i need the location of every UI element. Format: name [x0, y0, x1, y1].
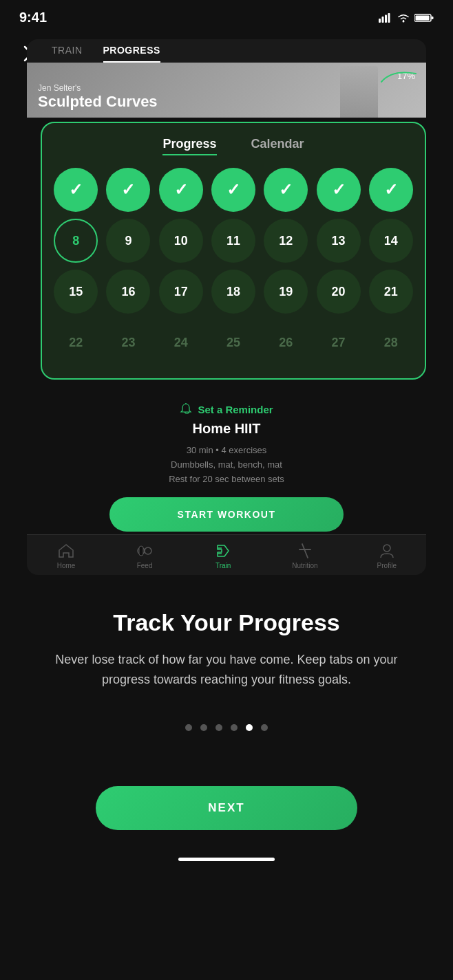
tab-progress[interactable]: PROGRESS: [103, 45, 160, 63]
card-tabs: Progress Calendar: [53, 137, 414, 155]
calendar-day[interactable]: 23: [106, 320, 150, 364]
calendar-card: Progress Calendar 1234567891011121314151…: [41, 122, 426, 380]
calendar-day[interactable]: 5: [264, 168, 308, 212]
svg-rect-2: [385, 14, 387, 23]
calendar-grid: 1234567891011121314151617181920212223242…: [53, 168, 414, 364]
svg-rect-7: [416, 15, 430, 20]
calendar-day[interactable]: 1: [54, 168, 98, 212]
workout-banner: Jen Selter's Sculpted Curves 17%: [27, 63, 426, 118]
battery-icon: [414, 13, 434, 23]
status-icons: [379, 13, 434, 23]
svg-line-17: [302, 544, 308, 558]
svg-rect-0: [379, 19, 381, 23]
reminder-row: Set a Reminder: [27, 403, 426, 415]
calendar-day[interactable]: 24: [159, 320, 203, 364]
calendar-day[interactable]: 4: [211, 168, 255, 212]
calendar-day[interactable]: 9: [106, 219, 150, 263]
calendar-day[interactable]: 3: [159, 168, 203, 212]
pagination-dot[interactable]: [246, 724, 253, 731]
calendar-day[interactable]: 22: [54, 320, 98, 364]
calendar-day[interactable]: 21: [369, 270, 413, 314]
nav-item-nutrition[interactable]: Nutrition: [292, 542, 317, 569]
pagination-dots: [0, 724, 453, 731]
calendar-day[interactable]: 13: [317, 219, 361, 263]
nav-label-train: Train: [215, 562, 231, 569]
app-screenshot: TRAIN PROGRESS Jen Selter's Sculpted Cur…: [27, 39, 426, 575]
card-tab-progress[interactable]: Progress: [162, 137, 216, 155]
pagination-dot[interactable]: [185, 724, 192, 731]
bell-icon: [180, 403, 192, 415]
calendar-day[interactable]: 8: [54, 219, 98, 263]
svg-point-12: [145, 547, 151, 554]
calendar-day[interactable]: 14: [369, 219, 413, 263]
calendar-day[interactable]: 20: [317, 270, 361, 314]
calendar-day[interactable]: 6: [317, 168, 361, 212]
pagination-dot[interactable]: [231, 724, 238, 731]
start-workout-button[interactable]: START WORKOUT: [109, 497, 344, 532]
svg-point-10: [185, 403, 187, 404]
calendar-day[interactable]: 28: [369, 320, 413, 364]
status-bar: 9:41: [0, 0, 453, 32]
nav-item-home[interactable]: Home: [56, 542, 76, 569]
overlay-section: Track Your Progress Never lose track of …: [0, 575, 453, 690]
tab-train[interactable]: TRAIN: [52, 45, 83, 63]
pagination-dot[interactable]: [261, 724, 268, 731]
curve-icon: [378, 68, 419, 85]
nav-item-feed[interactable]: Feed: [135, 542, 154, 569]
card-tab-calendar[interactable]: Calendar: [251, 137, 304, 155]
pagination-dot[interactable]: [200, 724, 207, 731]
next-button[interactable]: NEXT: [96, 786, 357, 830]
calendar-day[interactable]: 2: [106, 168, 150, 212]
workout-title: Home HIIT: [27, 421, 426, 437]
calendar-day[interactable]: 16: [106, 270, 150, 314]
calendar-day[interactable]: 26: [264, 320, 308, 364]
banner-text: Jen Selter's Sculpted Curves: [38, 83, 158, 111]
profile-icon: [377, 542, 397, 560]
calendar-day[interactable]: 18: [211, 270, 255, 314]
nav-item-train[interactable]: Train: [213, 542, 233, 569]
svg-point-19: [383, 545, 390, 552]
wifi-icon: [397, 13, 410, 23]
overlay-title: Track Your Progress: [19, 609, 434, 636]
feed-icon: [135, 542, 154, 560]
nutrition-icon: [295, 542, 315, 560]
tabs-row: TRAIN PROGRESS: [27, 39, 426, 63]
calendar-day[interactable]: 15: [54, 270, 98, 314]
nav-label-feed: Feed: [137, 562, 153, 569]
svg-rect-1: [382, 17, 384, 23]
calendar-day[interactable]: 12: [264, 219, 308, 263]
calendar-day[interactable]: 27: [317, 320, 361, 364]
banner-subtitle: Jen Selter's: [38, 83, 158, 93]
nav-label-nutrition: Nutrition: [292, 562, 317, 569]
nav-label-home: Home: [57, 562, 76, 569]
banner-title: Sculpted Curves: [38, 93, 158, 111]
status-time: 9:41: [19, 10, 47, 25]
svg-point-4: [403, 20, 405, 22]
svg-rect-13: [139, 546, 143, 556]
reminder-text[interactable]: Set a Reminder: [198, 404, 273, 415]
home-icon: [56, 542, 76, 560]
calendar-day[interactable]: 7: [369, 168, 413, 212]
svg-rect-3: [388, 13, 390, 23]
calendar-day[interactable]: 25: [211, 320, 255, 364]
bottom-nav: Home Feed Train: [27, 534, 426, 575]
calendar-day[interactable]: 11: [211, 219, 255, 263]
nav-item-profile[interactable]: Profile: [377, 542, 397, 569]
nav-label-profile: Profile: [377, 562, 397, 569]
signal-icon: [379, 13, 392, 23]
calendar-day[interactable]: 10: [159, 219, 203, 263]
overlay-description: Never lose track of how far you have com…: [48, 650, 405, 690]
calendar-day[interactable]: 19: [264, 270, 308, 314]
workout-meta: 30 min • 4 exercises Dumbbells, mat, ben…: [27, 444, 426, 486]
svg-rect-6: [432, 17, 434, 19]
svg-marker-14: [218, 545, 229, 556]
banner-figure: [340, 66, 378, 118]
calendar-day[interactable]: 17: [159, 270, 203, 314]
home-indicator: [178, 858, 275, 861]
train-icon: [213, 542, 233, 560]
pagination-dot[interactable]: [215, 724, 222, 731]
